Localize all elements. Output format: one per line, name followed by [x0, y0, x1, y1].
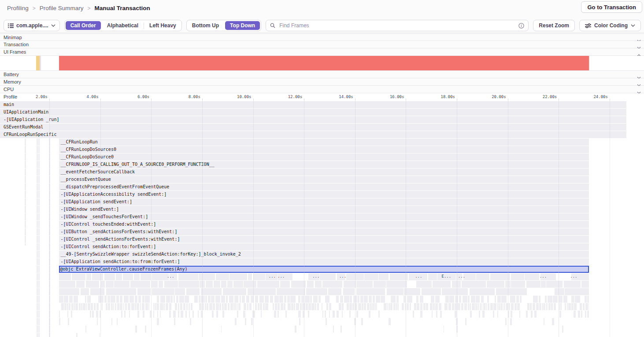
flame-frame-small[interactable]	[235, 303, 237, 310]
flame-frame-small[interactable]	[544, 303, 545, 310]
flame-frame-small[interactable]	[291, 303, 293, 310]
flame-frame-small[interactable]	[211, 296, 214, 303]
flame-frame-small[interactable]	[306, 303, 308, 310]
slow-frame-bar[interactable]	[36, 56, 40, 70]
flame-frame-small[interactable]	[242, 296, 245, 303]
flame-frame-small[interactable]	[511, 273, 524, 280]
flame-frame-small[interactable]	[333, 326, 334, 333]
flame-frame-small[interactable]	[199, 303, 202, 310]
flame-frame-small[interactable]	[113, 303, 114, 310]
flame-frame-small[interactable]	[487, 281, 504, 288]
flame-frame-small[interactable]	[87, 296, 91, 303]
flame-frame-small[interactable]	[329, 303, 331, 310]
flame-frame-small[interactable]	[104, 273, 115, 280]
flame-frame-small[interactable]	[255, 303, 257, 310]
flame-frame-small[interactable]	[135, 326, 137, 333]
flame-frame-small[interactable]	[240, 296, 241, 303]
flame-frame[interactable]: -[UIWindow _sendTouchesForEvent:]	[59, 213, 589, 220]
flame-frame-small[interactable]	[185, 311, 187, 318]
flame-frame-small[interactable]	[301, 296, 304, 303]
flame-frame-small[interactable]	[145, 303, 148, 310]
flame-frame-small[interactable]	[476, 273, 489, 280]
flame-frame-small[interactable]	[176, 296, 178, 303]
flame-frame-small[interactable]	[410, 303, 411, 310]
flame-frame-small[interactable]	[64, 296, 68, 303]
flame-frame-small[interactable]	[320, 273, 336, 280]
flame-frame-small[interactable]	[298, 296, 300, 303]
flame-frame-small[interactable]	[142, 296, 144, 303]
flame-frame-small[interactable]	[274, 311, 276, 318]
flame-frame-small[interactable]	[308, 303, 311, 310]
flame-frame-small[interactable]	[296, 303, 299, 310]
flame-frame-small[interactable]	[585, 303, 588, 310]
flame-frame-small[interactable]	[389, 318, 390, 325]
flame-frame-small[interactable]	[71, 303, 73, 310]
flame-frame-small[interactable]	[470, 288, 495, 295]
flame-frame-small[interactable]	[213, 303, 215, 310]
flame-frame[interactable]: UIApplicationMain	[0, 109, 626, 116]
flame-frame-small[interactable]	[94, 303, 96, 310]
flame-frame[interactable]: -[UIApplication sendAction:to:from:forEv…	[59, 258, 589, 265]
flame-frame-small[interactable]	[178, 281, 199, 288]
flame-frame-small[interactable]	[322, 281, 342, 288]
flame-frame-small[interactable]	[336, 296, 339, 303]
sort-left-heavy-button[interactable]: Left Heavy	[144, 20, 181, 31]
flame-frame-small[interactable]	[121, 311, 123, 318]
flame-frame-small[interactable]	[533, 303, 535, 310]
flame-frame-small[interactable]	[160, 303, 163, 310]
flame-frame-small[interactable]	[372, 303, 374, 310]
flame-frame-small[interactable]	[222, 311, 224, 318]
flame-frame[interactable]: __eventFetcherSourceCallback	[59, 168, 589, 176]
flame-frame-small[interactable]	[416, 281, 432, 288]
flame-frame-small[interactable]	[137, 303, 139, 310]
flame-frame-small[interactable]	[358, 303, 361, 310]
flame-frame-small[interactable]	[104, 296, 107, 303]
flame-frame-small[interactable]	[580, 303, 582, 310]
flame-frame[interactable]: main	[0, 101, 626, 108]
flame-frame-small[interactable]	[157, 311, 158, 318]
flame-frame-small[interactable]	[499, 303, 500, 310]
flame-frame-small[interactable]	[258, 303, 259, 310]
flame-frame-small[interactable]	[587, 311, 589, 318]
flame-frame-small[interactable]	[185, 296, 189, 303]
color-coding-dropdown[interactable]: Color Coding	[579, 20, 641, 31]
flame-frame-small[interactable]	[386, 281, 407, 288]
flame-frame-small[interactable]	[546, 303, 548, 310]
flame-frame-small[interactable]	[157, 296, 159, 303]
sort-call-order-button[interactable]: Call Order	[66, 21, 101, 30]
search-input[interactable]	[278, 22, 515, 29]
flame-frame-small[interactable]	[178, 273, 198, 280]
flame-frame-small[interactable]	[329, 311, 330, 318]
flame-frame-small[interactable]	[166, 303, 169, 310]
flame-frame-small[interactable]	[501, 296, 507, 303]
flame-frame-small[interactable]	[511, 303, 514, 310]
flame-frame-small[interactable]	[452, 303, 454, 310]
flame-frame-small[interactable]	[511, 281, 525, 288]
flame-frame-small[interactable]	[183, 303, 186, 310]
flame-frame-small[interactable]	[575, 296, 580, 303]
flame-frame[interactable]: __CFRUNLOOP_IS_CALLING_OUT_TO_A_SOURCE0_…	[59, 161, 589, 168]
flame-frame-small[interactable]	[527, 303, 529, 310]
flame-frame[interactable]: __processEventQueue	[59, 176, 589, 183]
flame-frame[interactable]: CFRunLoopRunSpecific	[0, 131, 626, 138]
flame-frame-small[interactable]	[279, 296, 283, 303]
flame-frame-small[interactable]	[459, 296, 461, 303]
flame-frame-small[interactable]	[135, 296, 137, 303]
flame-frame-small[interactable]	[374, 303, 375, 310]
flame-frame-small[interactable]	[482, 311, 485, 318]
flame-frame-small[interactable]	[436, 311, 437, 318]
flame-frame-small[interactable]	[123, 273, 133, 280]
flame-frame-small[interactable]	[138, 296, 141, 303]
flame-frame-small[interactable]	[74, 296, 78, 303]
flame-frame-small[interactable]	[328, 288, 341, 295]
flame-frame-small[interactable]	[123, 303, 125, 310]
flame-frame-small[interactable]	[308, 311, 309, 318]
flame-frame-small[interactable]	[86, 281, 99, 288]
flame-frame-small[interactable]	[470, 303, 471, 310]
flame-frame-small[interactable]	[137, 288, 151, 295]
flame-frame-small[interactable]	[72, 273, 85, 280]
flame-frame-small[interactable]	[130, 281, 150, 288]
flame-frame-small[interactable]	[539, 296, 540, 303]
section-minimap[interactable]: Minimap	[0, 33, 644, 41]
flame-frame-small[interactable]	[384, 303, 386, 310]
